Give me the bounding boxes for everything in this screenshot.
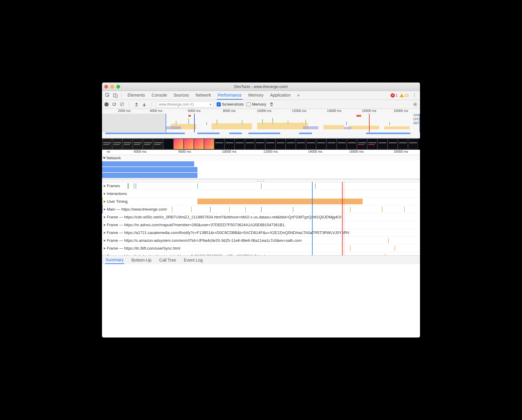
detail-ruler[interactable]: ns 6000 ms 8000 ms 10000 ms 12000 ms 140… bbox=[102, 150, 420, 155]
error-count-value: 1 bbox=[395, 93, 398, 98]
track-frame-row[interactable]: Frame — https://a1721.casalemedia.com/if… bbox=[102, 229, 420, 237]
disclose-icon bbox=[104, 255, 106, 256]
film-thumb[interactable] bbox=[224, 139, 235, 149]
user-timing-bar[interactable] bbox=[197, 199, 363, 204]
gear-icon[interactable] bbox=[413, 102, 418, 107]
film-thumb[interactable] bbox=[143, 139, 153, 149]
film-thumb[interactable] bbox=[245, 139, 255, 149]
track-main[interactable]: Main — https://www.theverge.com/ bbox=[102, 206, 420, 213]
film-thumb[interactable] bbox=[316, 139, 326, 149]
ov-tick: 14000 ms bbox=[327, 109, 341, 112]
film-thumb[interactable] bbox=[133, 139, 143, 149]
frame-label: Frame — https://cdn.krxd.net/partnerjs/x… bbox=[107, 254, 265, 255]
film-thumb[interactable] bbox=[357, 139, 367, 149]
disclose-icon bbox=[103, 157, 106, 159]
network-rows[interactable] bbox=[102, 161, 420, 179]
track-interactions[interactable]: Interactions bbox=[102, 190, 420, 198]
film-thumb[interactable] bbox=[306, 139, 316, 149]
film-thumb[interactable] bbox=[204, 139, 214, 149]
disclose-icon bbox=[104, 224, 106, 226]
film-thumb[interactable] bbox=[102, 139, 112, 149]
track-label: Frames bbox=[107, 184, 120, 188]
resize-handle[interactable]: • • • bbox=[102, 179, 420, 182]
more-menu-icon[interactable]: ⋮ bbox=[412, 93, 417, 98]
film-thumb[interactable] bbox=[235, 139, 245, 149]
film-thumb[interactable] bbox=[377, 139, 388, 149]
flame-chart[interactable]: Frames Interactions User Timing Main — h… bbox=[102, 182, 420, 255]
screenshot-filmstrip[interactable] bbox=[102, 138, 420, 150]
upload-icon[interactable] bbox=[134, 102, 139, 107]
film-thumb[interactable] bbox=[214, 139, 224, 149]
tab-elements[interactable]: Elements bbox=[127, 91, 146, 100]
svg-line-4 bbox=[121, 103, 123, 106]
network-bar[interactable] bbox=[102, 173, 197, 178]
track-frame-row[interactable]: Frame — https://cdn.krxd.net/partnerjs/x… bbox=[102, 252, 420, 255]
track-frame-row[interactable]: Frame — https://cdn.w55c.net/i/s_0RB7U9m… bbox=[102, 213, 420, 221]
film-thumb[interactable] bbox=[265, 139, 275, 149]
film-thumb[interactable] bbox=[367, 139, 377, 149]
tab-network[interactable]: Network bbox=[195, 91, 212, 100]
film-thumb[interactable] bbox=[296, 139, 306, 149]
film-thumb[interactable] bbox=[122, 139, 133, 149]
ruler-tick: 18000 ms bbox=[394, 150, 408, 153]
disclose-icon bbox=[104, 200, 106, 203]
tab-application[interactable]: Application bbox=[269, 91, 291, 100]
track-frames[interactable]: Frames bbox=[102, 182, 420, 190]
svg-point-7 bbox=[415, 104, 416, 105]
track-frame-row[interactable]: Frame — https://ib.3lift.com/userSync.ht… bbox=[102, 244, 420, 252]
overview-timeline[interactable]: 2000 ms 4000 ms 6000 ms 8000 ms 10000 ms… bbox=[102, 109, 420, 138]
frame-label: Frame — https://a1721.casalemedia.com/if… bbox=[107, 230, 350, 235]
download-icon[interactable] bbox=[142, 102, 147, 107]
network-header[interactable]: Network bbox=[102, 155, 420, 161]
tabs-overflow[interactable]: » bbox=[297, 91, 300, 100]
clear-icon[interactable] bbox=[119, 102, 124, 107]
film-thumb[interactable] bbox=[173, 139, 184, 149]
device-toggle-icon[interactable] bbox=[113, 93, 118, 98]
memory-checkbox[interactable]: Memory bbox=[247, 102, 266, 106]
screenshots-checkbox[interactable]: ✓ Screenshots bbox=[217, 102, 244, 106]
btab-summary[interactable]: Summary bbox=[105, 256, 124, 264]
overview-selection[interactable] bbox=[166, 114, 420, 132]
warning-count[interactable]: 13 bbox=[400, 93, 409, 98]
film-thumb[interactable] bbox=[286, 139, 296, 149]
reload-icon[interactable] bbox=[112, 102, 116, 107]
check-icon: ✓ bbox=[217, 102, 221, 106]
btab-event-log[interactable]: Event Log bbox=[183, 256, 203, 264]
tab-console[interactable]: Console bbox=[151, 91, 167, 100]
error-count[interactable]: ✕1 bbox=[391, 93, 398, 98]
film-thumb[interactable] bbox=[326, 139, 337, 149]
film-thumb[interactable] bbox=[184, 139, 194, 149]
network-bar[interactable] bbox=[102, 167, 197, 172]
film-thumb[interactable] bbox=[388, 139, 398, 149]
film-thumb[interactable] bbox=[337, 139, 347, 149]
disclose-icon bbox=[104, 247, 106, 250]
film-thumb[interactable] bbox=[398, 139, 408, 149]
film-thumb[interactable] bbox=[275, 139, 286, 149]
track-frame-row[interactable]: Frame — https://m.adnxs.com/mapuid?membe… bbox=[102, 221, 420, 229]
ov-tick: 6000 ms bbox=[188, 109, 200, 112]
inspect-element-icon[interactable] bbox=[105, 93, 110, 98]
tab-performance[interactable]: Performance bbox=[217, 91, 242, 100]
track-frame-row[interactable]: Frame — https://s.amazon-adsystem.com/ec… bbox=[102, 237, 420, 244]
ruler-tick: 8000 ms bbox=[178, 150, 191, 153]
trash-icon[interactable] bbox=[269, 102, 274, 107]
track-user-timing[interactable]: User Timing bbox=[102, 198, 420, 206]
screenshots-label: Screenshots bbox=[222, 102, 244, 106]
recording-selector[interactable]: www.theverge.com #1 ▾ bbox=[157, 101, 214, 107]
network-bar[interactable] bbox=[102, 161, 194, 166]
details-content bbox=[102, 264, 420, 338]
film-thumb[interactable] bbox=[163, 139, 173, 149]
btab-call-tree[interactable]: Call Tree bbox=[159, 256, 177, 264]
btab-bottom-up[interactable]: Bottom-Up bbox=[131, 256, 152, 264]
track-label: User Timing bbox=[107, 199, 128, 204]
tab-memory[interactable]: Memory bbox=[248, 91, 264, 100]
film-thumb[interactable] bbox=[112, 139, 122, 149]
film-thumb[interactable] bbox=[408, 139, 418, 149]
tab-sources[interactable]: Sources bbox=[173, 91, 190, 100]
film-thumb[interactable] bbox=[347, 139, 357, 149]
record-button[interactable] bbox=[104, 102, 109, 106]
panel-tabbar: Elements Console Sources Network Perform… bbox=[102, 91, 420, 100]
film-thumb[interactable] bbox=[194, 139, 204, 149]
film-thumb[interactable] bbox=[153, 139, 163, 149]
film-thumb[interactable] bbox=[255, 139, 265, 149]
